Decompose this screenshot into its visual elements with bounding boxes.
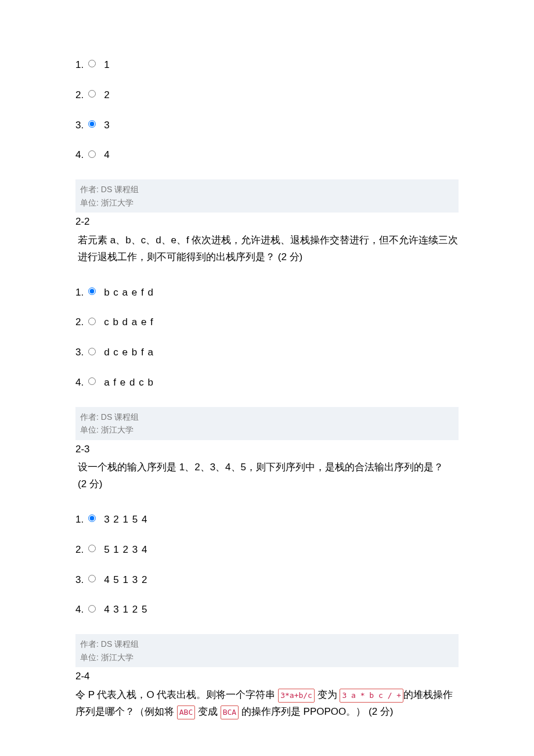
q1-radio-4[interactable]: [88, 150, 96, 158]
unit-value: 浙江大学: [101, 198, 134, 207]
q4-stem: 令 P 代表入栈，O 代表出栈。则将一个字符串 3*a+b/c 变为 3 a *…: [75, 687, 459, 723]
option-label: d c e b f a: [104, 345, 154, 359]
author-label: 作者:: [80, 185, 99, 194]
q1-radio-2[interactable]: [88, 90, 96, 98]
radio-wrap[interactable]: [88, 514, 96, 522]
q1-option-4[interactable]: 4. 4: [75, 148, 459, 162]
q2-id: 2-2: [75, 214, 459, 232]
q3-points: (2 分): [78, 478, 103, 489]
q4-stem-a: 令 P 代表入栈，O 代表出栈。则将一个字符串: [75, 689, 278, 700]
q3-radio-4[interactable]: [88, 605, 96, 613]
author-value: DS 课程组: [101, 412, 139, 422]
q2-option-4[interactable]: 4. a f e d c b: [75, 376, 459, 390]
option-label: 2: [104, 88, 110, 102]
q3-id: 2-3: [75, 441, 459, 460]
option-number: 1.: [75, 286, 84, 300]
q2-radio-3[interactable]: [88, 348, 96, 355]
option-label: 3: [104, 118, 110, 132]
option-number: 4.: [75, 603, 84, 617]
radio-wrap[interactable]: [88, 348, 96, 355]
option-number: 4.: [75, 148, 84, 162]
q4-id: 2-4: [75, 668, 459, 687]
q2-radio-1[interactable]: [88, 287, 96, 295]
option-number: 1.: [75, 513, 84, 527]
q1-option-1[interactable]: 1. 1: [75, 58, 459, 72]
q1-radio-3[interactable]: [88, 120, 96, 128]
option-number: 3.: [75, 118, 84, 132]
unit-label: 单位:: [80, 653, 99, 662]
q2-option-3[interactable]: 3. d c e b f a: [75, 345, 459, 359]
option-number: 2.: [75, 543, 84, 557]
option-label: a f e d c b: [104, 376, 154, 390]
option-number: 2.: [75, 88, 84, 102]
unit-label: 单位:: [80, 425, 99, 434]
q3-option-1[interactable]: 1. 3 2 1 5 4: [75, 513, 459, 527]
q3-option-3[interactable]: 3. 4 5 1 3 2: [75, 573, 459, 587]
option-number: 3.: [75, 573, 84, 587]
option-label: 5 1 2 3 4: [104, 543, 147, 557]
q1-options: 1. 1 2. 2 3. 3 4. 4: [75, 58, 459, 162]
radio-wrap[interactable]: [88, 90, 96, 98]
q4-meta: 作者: DS 课程组 单位: 浙江大学: [75, 634, 459, 667]
q2-option-1[interactable]: 1. b c a e f d: [75, 286, 459, 300]
author-value: DS 课程组: [101, 639, 139, 649]
option-label: c b d a e f: [104, 315, 154, 329]
option-label: 3 2 1 5 4: [104, 513, 147, 527]
q2-option-2[interactable]: 2. c b d a e f: [75, 315, 459, 329]
unit-label: 单位:: [80, 198, 99, 207]
q3-option-4[interactable]: 4. 4 3 1 2 5: [75, 603, 459, 617]
radio-wrap[interactable]: [88, 575, 96, 582]
code-inline: 3*a+b/c: [278, 689, 315, 703]
option-label: 1: [104, 58, 110, 72]
code-inline: BCA: [221, 705, 239, 719]
option-number: 1.: [75, 58, 84, 72]
radio-wrap[interactable]: [88, 150, 96, 158]
option-label: 4: [104, 148, 110, 162]
unit-value: 浙江大学: [101, 425, 134, 434]
q3-option-2[interactable]: 2. 5 1 2 3 4: [75, 543, 459, 557]
q3-stem-text: 设一个栈的输入序列是 1、2、3、4、5，则下列序列中，是栈的合法输出序列的是？: [78, 462, 443, 473]
code-inline: ABC: [177, 705, 195, 719]
author-value: DS 课程组: [101, 185, 139, 194]
unit-value: 浙江大学: [101, 653, 134, 662]
code-inline: 3 a * b c / +: [340, 689, 403, 703]
q3-radio-2[interactable]: [88, 545, 96, 552]
q2-radio-4[interactable]: [88, 377, 96, 385]
radio-wrap[interactable]: [88, 120, 96, 128]
radio-wrap[interactable]: [88, 318, 96, 325]
radio-wrap[interactable]: [88, 545, 96, 552]
q1-option-2[interactable]: 2. 2: [75, 88, 459, 102]
q4-stem-e: 的操作序列是 PPOPOO。）: [239, 706, 366, 717]
q4-stem-b: 变为: [315, 689, 340, 700]
q2-radio-2[interactable]: [88, 318, 96, 325]
q2-stem: 若元素 a、b、c、d、e、f 依次进栈，允许进栈、退栈操作交替进行，但不允许连…: [75, 232, 459, 268]
q1-radio-1[interactable]: [88, 60, 96, 67]
page: 1. 1 2. 2 3. 3 4. 4 作者: DS 课程组 单位: 浙江大学 …: [0, 0, 534, 746]
q3-radio-3[interactable]: [88, 575, 96, 582]
q3-meta: 作者: DS 课程组 单位: 浙江大学: [75, 407, 459, 440]
q3-options: 1. 3 2 1 5 4 2. 5 1 2 3 4 3. 4 5 1 3 2 4…: [75, 513, 459, 617]
option-number: 4.: [75, 376, 84, 390]
q2-options: 1. b c a e f d 2. c b d a e f 3. d c e b…: [75, 286, 459, 390]
option-label: 4 3 1 2 5: [104, 603, 147, 617]
option-label: 4 5 1 3 2: [104, 573, 147, 587]
radio-wrap[interactable]: [88, 60, 96, 67]
option-number: 2.: [75, 315, 84, 329]
radio-wrap[interactable]: [88, 605, 96, 613]
option-number: 3.: [75, 345, 84, 359]
q4-points: (2 分): [369, 706, 394, 717]
author-label: 作者:: [80, 639, 99, 649]
q3-radio-1[interactable]: [88, 514, 96, 522]
q2-points: (2 分): [278, 251, 303, 262]
q2-stem-text: 若元素 a、b、c、d、e、f 依次进栈，允许进栈、退栈操作交替进行，但不允许连…: [78, 235, 459, 262]
radio-wrap[interactable]: [88, 377, 96, 385]
q3-stem: 设一个栈的输入序列是 1、2、3、4、5，则下列序列中，是栈的合法输出序列的是？…: [75, 459, 459, 495]
q1-option-3[interactable]: 3. 3: [75, 118, 459, 132]
option-label: b c a e f d: [104, 286, 154, 300]
q2-meta: 作者: DS 课程组 单位: 浙江大学: [75, 179, 459, 213]
author-label: 作者:: [80, 412, 99, 422]
radio-wrap[interactable]: [88, 287, 96, 295]
q4-stem-d: 变成: [195, 706, 220, 717]
